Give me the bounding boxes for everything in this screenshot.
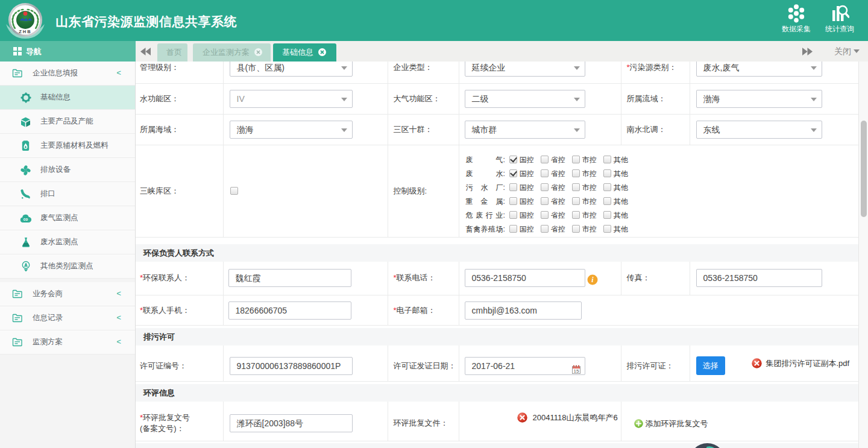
svg-text:ZHB: ZHB	[19, 29, 31, 34]
svg-text:15: 15	[573, 368, 579, 373]
svg-text:co: co	[24, 217, 28, 221]
